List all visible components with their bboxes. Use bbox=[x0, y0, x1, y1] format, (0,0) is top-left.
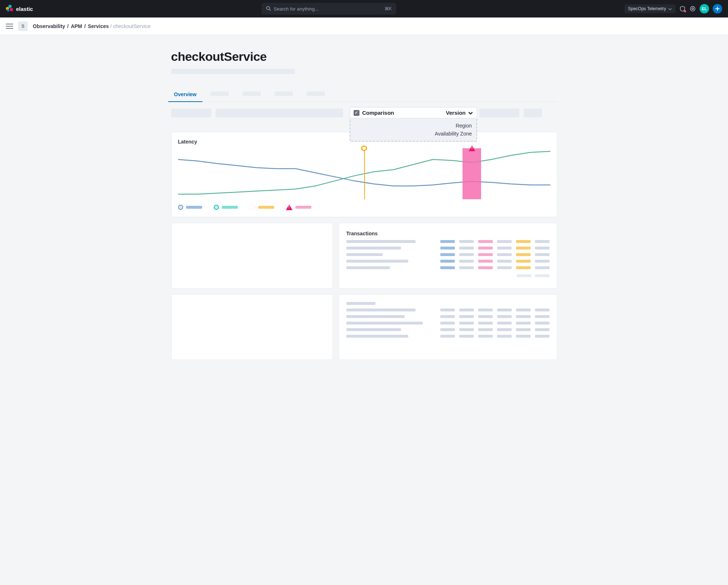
filter-placeholder[interactable] bbox=[524, 109, 542, 117]
row-title-placeholder bbox=[346, 260, 408, 263]
svg-line-1 bbox=[269, 9, 271, 11]
add-button[interactable] bbox=[713, 4, 722, 13]
tabs: Overview bbox=[171, 87, 557, 102]
table-row[interactable] bbox=[346, 247, 550, 250]
elastic-logo-icon bbox=[6, 5, 14, 13]
help-icon[interactable] bbox=[689, 5, 696, 12]
metric-cell bbox=[459, 260, 474, 263]
table-row[interactable] bbox=[346, 266, 550, 269]
cube-icon bbox=[361, 145, 367, 151]
row-title-placeholder bbox=[346, 253, 383, 256]
metric-cell bbox=[459, 247, 474, 250]
crumb-services[interactable]: Services bbox=[88, 23, 109, 29]
row-title-placeholder bbox=[346, 240, 416, 243]
latency-chart[interactable] bbox=[178, 148, 550, 199]
comparison-toggle[interactable]: ✓ Comparison Version bbox=[350, 107, 477, 118]
metric-cell bbox=[440, 260, 455, 263]
tab-placeholder[interactable] bbox=[304, 87, 327, 102]
transactions-title: Transactions bbox=[346, 231, 550, 236]
comparison-option-region[interactable]: Region bbox=[355, 122, 472, 130]
crumb-apm[interactable]: APM bbox=[71, 23, 82, 29]
global-search[interactable]: Search for anything... ⌘K bbox=[261, 3, 396, 15]
search-shortcut: ⌘K bbox=[385, 6, 392, 11]
filter-placeholder[interactable] bbox=[171, 109, 211, 117]
placeholder-table-panel bbox=[339, 294, 557, 360]
table-row[interactable] bbox=[346, 240, 550, 243]
comparison-selected: Version bbox=[446, 110, 465, 116]
metric-cell bbox=[535, 240, 550, 243]
tab-placeholder[interactable] bbox=[208, 87, 231, 102]
user-avatar[interactable]: EL bbox=[700, 4, 709, 13]
metric-cell bbox=[535, 253, 550, 256]
metric-cell bbox=[478, 266, 493, 269]
svg-point-2 bbox=[690, 7, 695, 11]
metric-cell bbox=[497, 266, 512, 269]
svg-point-3 bbox=[692, 8, 694, 10]
row-title-placeholder bbox=[346, 266, 390, 269]
legend-item[interactable] bbox=[286, 204, 311, 210]
latency-panel: Latency bbox=[171, 132, 557, 217]
table-row[interactable] bbox=[346, 322, 550, 325]
metric-cell bbox=[535, 266, 550, 269]
tab-placeholder[interactable] bbox=[272, 87, 295, 102]
nav-toggle-icon[interactable] bbox=[6, 24, 13, 29]
filter-placeholder[interactable] bbox=[479, 109, 519, 117]
legend-item[interactable] bbox=[249, 204, 274, 210]
metric-cell bbox=[440, 266, 455, 269]
breadcrumb-bar: S Observability / APM / Services / check… bbox=[0, 17, 728, 35]
legend-bar bbox=[295, 206, 311, 209]
space-badge[interactable]: S bbox=[18, 21, 28, 31]
metric-cell bbox=[459, 266, 474, 269]
legend-bar bbox=[222, 206, 238, 209]
comparison-dropdown: Region Availability Zone bbox=[350, 119, 477, 142]
metric-cell bbox=[516, 266, 531, 269]
metric-cell bbox=[478, 253, 493, 256]
legend-item[interactable] bbox=[214, 205, 238, 210]
crumb-current: checkoutService bbox=[113, 23, 150, 29]
brand-name: elastic bbox=[16, 6, 33, 12]
transactions-panel: Transactions bbox=[339, 223, 557, 288]
metric-cell bbox=[459, 240, 474, 243]
warning-icon bbox=[286, 204, 292, 210]
chart-legend bbox=[178, 204, 550, 210]
top-nav: elastic Search for anything... ⌘K SpecOp… bbox=[0, 0, 728, 17]
checkbox-icon[interactable]: ✓ bbox=[354, 110, 359, 116]
crumb-observability[interactable]: Observability bbox=[33, 23, 65, 29]
chevron-down-icon bbox=[668, 6, 672, 11]
filter-placeholder[interactable] bbox=[216, 109, 343, 117]
legend-bar bbox=[258, 206, 274, 209]
brand-logo[interactable]: elastic bbox=[6, 5, 33, 13]
table-row[interactable] bbox=[346, 315, 550, 318]
deployment-selector[interactable]: SpecOps Telemetry bbox=[625, 4, 676, 13]
placeholder-panel bbox=[171, 223, 333, 288]
table-row[interactable] bbox=[346, 253, 550, 256]
pagination-placeholder[interactable] bbox=[517, 274, 531, 277]
metric-cell bbox=[478, 260, 493, 263]
metric-cell bbox=[478, 240, 493, 243]
warning-icon bbox=[469, 145, 475, 151]
svg-point-0 bbox=[266, 6, 269, 9]
subtitle-placeholder bbox=[171, 69, 295, 74]
table-row[interactable] bbox=[346, 335, 550, 338]
metric-cell bbox=[440, 247, 455, 250]
metric-cell bbox=[459, 253, 474, 256]
tab-placeholder[interactable] bbox=[240, 87, 263, 102]
metric-cell bbox=[497, 260, 512, 263]
metric-cell bbox=[516, 247, 531, 250]
metric-cell bbox=[440, 253, 455, 256]
page-title: checkoutService bbox=[171, 50, 557, 64]
table-row[interactable] bbox=[346, 260, 550, 263]
metric-cell bbox=[516, 260, 531, 263]
metric-cell bbox=[497, 247, 512, 250]
tab-overview[interactable]: Overview bbox=[172, 87, 199, 102]
pagination-placeholder[interactable] bbox=[535, 274, 550, 277]
cube-icon bbox=[249, 204, 255, 210]
comparison-label: Comparison bbox=[362, 110, 394, 116]
search-placeholder: Search for anything... bbox=[274, 6, 319, 12]
table-row[interactable] bbox=[346, 328, 550, 331]
comparison-option-az[interactable]: Availability Zone bbox=[355, 130, 472, 138]
legend-item[interactable] bbox=[178, 205, 202, 210]
table-row[interactable] bbox=[346, 309, 550, 311]
legend-circle-icon bbox=[214, 205, 219, 210]
notifications-icon[interactable] bbox=[679, 5, 686, 12]
